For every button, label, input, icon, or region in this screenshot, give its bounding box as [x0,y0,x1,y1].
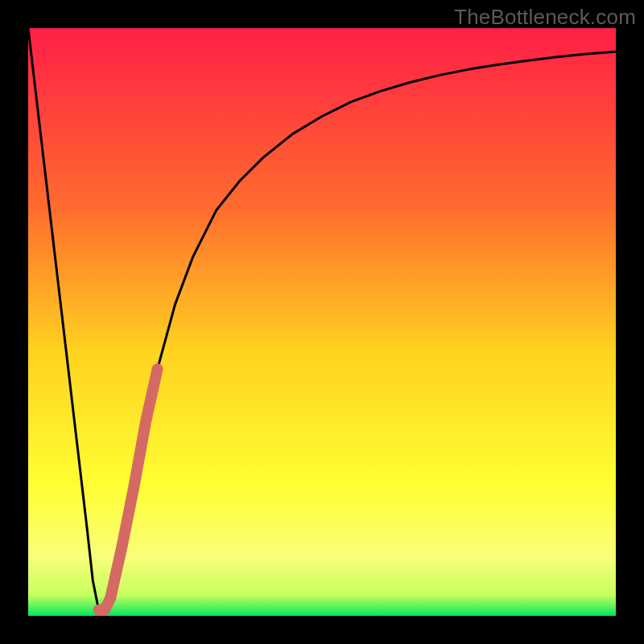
chart-frame: TheBottleneck.com [0,0,644,644]
chart-svg [28,28,616,616]
plot-area [28,28,616,616]
watermark-text: TheBottleneck.com [454,5,636,30]
